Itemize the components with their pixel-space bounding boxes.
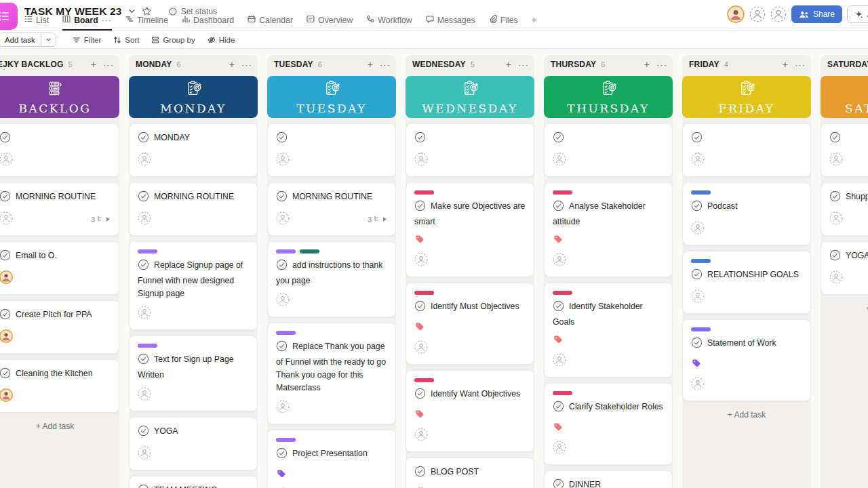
column-more-icon[interactable]: ··· [656,60,667,69]
check-circle-icon[interactable] [138,353,149,369]
check-circle-icon[interactable] [0,190,11,206]
check-circle-icon[interactable] [414,131,426,147]
column-cover-card[interactable]: WEDNESDAY [406,76,534,118]
add-task-button[interactable]: Add task [0,33,41,46]
check-circle-icon[interactable] [276,131,288,147]
task-card[interactable]: MORNING ROUTINE [129,182,258,236]
check-circle-icon[interactable] [414,466,426,481]
check-circle-icon[interactable] [138,484,149,488]
sort-button[interactable]: Sort [113,36,139,44]
avatar-placeholder-icon[interactable] [770,6,787,22]
column-name[interactable]: TUESDAY [274,60,313,69]
check-circle-icon[interactable] [138,131,149,147]
column-name[interactable]: WEDNESDAY [412,60,466,69]
group-by-button[interactable]: Group by [151,36,195,44]
task-card[interactable]: Make sure Objectives are smart [406,182,534,277]
task-card[interactable]: Statement of Work [682,319,811,401]
task-card[interactable] [821,123,868,177]
column-cover-card[interactable]: BACKLOG [0,76,119,118]
check-circle-icon[interactable] [829,249,841,265]
check-circle-icon[interactable] [276,340,288,356]
check-circle-icon[interactable] [691,268,703,284]
check-circle-icon[interactable] [414,200,426,216]
task-card[interactable] [0,123,119,177]
tab-board[interactable]: Board··· [62,15,112,30]
hide-button[interactable]: Hide [208,36,235,44]
tab-timeline[interactable]: Timeline [125,15,168,30]
column-more-icon[interactable]: ··· [380,60,391,69]
check-circle-icon[interactable] [829,190,841,206]
task-card[interactable]: add instructions to thank you page [267,241,396,317]
task-card[interactable]: RELATIONSHIP GOALS [682,251,811,314]
check-circle-icon[interactable] [553,401,564,416]
tab-workflow[interactable]: Workflow [366,15,412,30]
task-card[interactable] [406,123,534,177]
column-cover-card[interactable]: FRIDAY [682,76,811,118]
task-card[interactable]: Identify Stakeholder Goals [544,283,673,378]
column-more-icon[interactable]: ··· [518,60,529,69]
add-task-button[interactable]: + Add task [0,413,119,438]
task-card[interactable]: MORNING ROUTINE3 [0,182,119,236]
tab-calendar[interactable]: Calendar [248,15,293,30]
task-card[interactable] [682,123,811,177]
task-card[interactable]: Podcast [682,182,811,245]
tab-overview[interactable]: Overview [307,15,353,30]
task-card[interactable]: Email to O. [0,241,119,295]
task-card[interactable]: Replace Thank you page of Funnel with th… [267,323,396,424]
column-more-icon[interactable]: ··· [241,60,252,69]
column-add-icon[interactable]: + [783,60,788,69]
subtask-badge[interactable]: 3 [91,216,111,224]
check-circle-icon[interactable] [0,308,11,324]
task-card[interactable]: Shupping [821,182,868,236]
check-circle-icon[interactable] [138,190,149,206]
task-card[interactable]: Identify Want Objectives [406,370,534,452]
column-more-icon[interactable]: ··· [103,60,114,69]
task-card[interactable]: MORNING ROUTINE3 [267,182,396,236]
avatar-placeholder-icon[interactable] [749,6,766,22]
check-circle-icon[interactable] [276,447,288,463]
tab-messages[interactable]: Messages [426,15,475,30]
check-circle-icon[interactable] [691,131,703,147]
check-circle-icon[interactable] [138,425,149,441]
check-circle-icon[interactable] [691,200,703,216]
check-circle-icon[interactable] [0,131,11,147]
check-circle-icon[interactable] [553,479,564,488]
task-card[interactable]: Create Pitch for PPA [0,300,119,354]
add-task-button[interactable]: + Add task [682,401,811,426]
user-avatar[interactable] [727,5,745,23]
ask-ai-button[interactable]: Ask AI [847,5,868,23]
task-card[interactable]: Clarify Stakeholder Roles [544,383,673,465]
column-name[interactable]: FRIDAY [689,60,719,69]
add-tab-button[interactable]: + [532,16,536,30]
share-button[interactable]: Share [791,5,842,23]
column-add-icon[interactable]: + [506,60,511,69]
task-card[interactable]: Text for Sign up Page Written [129,336,258,411]
task-card[interactable]: Analyse Stakeholder attitude [544,182,673,277]
column-cover-card[interactable]: TUESDAY [267,76,396,118]
task-card[interactable] [267,123,396,177]
task-card[interactable]: Identify Must Objectives [406,283,534,365]
check-circle-icon[interactable] [553,200,564,216]
task-card[interactable]: BLOG POST [406,458,534,488]
check-circle-icon[interactable] [553,300,564,316]
filter-button[interactable]: Filter [73,36,102,44]
column-cover-card[interactable]: MONDAY [129,76,258,118]
check-circle-icon[interactable] [691,337,703,352]
column-add-icon[interactable]: + [368,60,373,69]
check-circle-icon[interactable] [0,249,11,265]
task-card[interactable]: TEAM MEETING [129,476,258,488]
column-cover-card[interactable]: THURSDAY [544,76,673,118]
tab-dashboard[interactable]: Dashboard [182,15,234,30]
column-name[interactable]: EJKY BACKLOG [0,60,64,69]
task-card[interactable]: YOGA [129,417,258,470]
task-card[interactable]: Cleaning the Kitchen [0,359,119,413]
check-circle-icon[interactable] [0,367,11,383]
add-task-button[interactable]: + Add task [821,295,868,320]
task-card[interactable] [544,123,673,177]
column-cover-card[interactable]: SATURDAY [821,76,868,118]
column-add-icon[interactable]: + [229,60,235,69]
tab-files[interactable]: Files [489,15,518,30]
column-name[interactable]: MONDAY [136,60,172,69]
add-task-dropdown[interactable] [41,33,56,46]
tab-overflow-icon[interactable]: ··· [102,16,112,25]
